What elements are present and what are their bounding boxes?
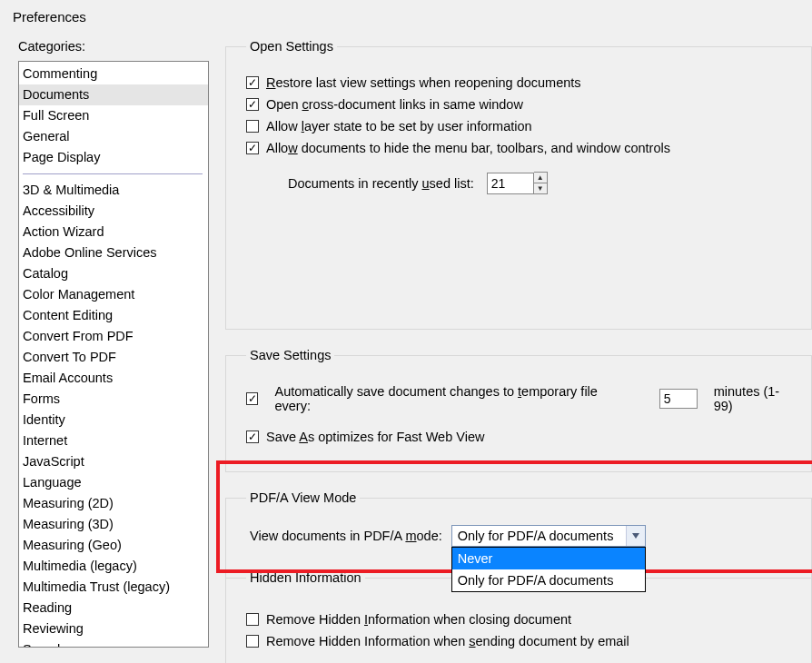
chevron-down-icon[interactable] bbox=[626, 526, 645, 546]
category-item[interactable]: Accessibility bbox=[19, 201, 208, 222]
hidden-info-legend: Hidden Information bbox=[246, 570, 365, 585]
open-settings-group: Open Settings ✓ Restore last view settin… bbox=[225, 39, 812, 330]
pdfa-legend: PDF/A View Mode bbox=[246, 490, 360, 505]
save-settings-group: Save Settings ✓ Automatically save docum… bbox=[225, 348, 812, 472]
category-item[interactable]: 3D & Multimedia bbox=[19, 180, 208, 201]
category-item[interactable]: Measuring (3D) bbox=[19, 514, 208, 535]
category-item[interactable]: Adobe Online Services bbox=[19, 242, 208, 263]
restore-checkbox[interactable]: ✓ bbox=[246, 76, 259, 89]
window-title: Preferences bbox=[0, 0, 812, 30]
category-item[interactable]: Internet bbox=[19, 430, 208, 451]
check-icon: ✓ bbox=[248, 431, 257, 442]
check-icon: ✓ bbox=[248, 99, 257, 110]
category-divider bbox=[23, 173, 203, 174]
fastwebview-checkbox[interactable]: ✓ bbox=[246, 430, 259, 443]
category-item[interactable]: Search bbox=[19, 639, 208, 648]
category-item[interactable]: Action Wizard bbox=[19, 222, 208, 242]
category-item[interactable]: Multimedia (legacy) bbox=[19, 556, 208, 577]
spinner-up-icon[interactable]: ▲ bbox=[534, 173, 547, 183]
cross-doc-checkbox[interactable]: ✓ bbox=[246, 98, 259, 111]
category-item[interactable]: Commenting bbox=[19, 64, 208, 84]
category-item[interactable]: Measuring (Geo) bbox=[19, 535, 208, 556]
pdfa-mode-dropdown[interactable]: NeverOnly for PDF/A documents bbox=[451, 547, 646, 592]
category-item[interactable]: Page Display bbox=[19, 147, 208, 168]
layer-checkbox[interactable]: ✓ bbox=[246, 120, 259, 133]
check-icon: ✓ bbox=[248, 393, 257, 404]
pdfa-mode-option[interactable]: Only for PDF/A documents bbox=[452, 569, 645, 591]
autosave-label: Automatically save document changes to t… bbox=[274, 384, 620, 413]
remove-on-close-checkbox[interactable]: ✓ bbox=[246, 613, 259, 626]
recent-docs-spinner[interactable]: ▲ ▼ bbox=[534, 172, 548, 194]
recent-docs-label: Documents in recently used list: bbox=[288, 176, 474, 191]
hide-menu-checkbox[interactable]: ✓ bbox=[246, 142, 259, 154]
category-item[interactable]: Catalog bbox=[19, 263, 208, 284]
autosave-minutes-input[interactable] bbox=[659, 389, 698, 409]
restore-label: Restore last view settings when reopenin… bbox=[266, 75, 581, 90]
recent-docs-input[interactable] bbox=[487, 173, 534, 194]
remove-on-close-label: Remove Hidden Information when closing d… bbox=[266, 612, 571, 627]
cross-doc-label: Open cross-document links in same window bbox=[266, 97, 523, 112]
pdfa-mode-value: Only for PDF/A documents bbox=[458, 529, 614, 543]
category-item[interactable]: Documents bbox=[19, 84, 208, 105]
category-item[interactable]: Convert From PDF bbox=[19, 326, 208, 347]
category-item[interactable]: Convert To PDF bbox=[19, 347, 208, 368]
category-item[interactable]: Reading bbox=[19, 598, 208, 618]
category-item[interactable]: Multimedia Trust (legacy) bbox=[19, 577, 208, 598]
category-item[interactable]: Email Accounts bbox=[19, 368, 208, 389]
remove-on-send-label: Remove Hidden Information when sending d… bbox=[266, 634, 629, 648]
category-item[interactable]: Language bbox=[19, 472, 208, 493]
hide-menu-label: Allow documents to hide the menu bar, to… bbox=[266, 141, 670, 155]
category-item[interactable]: Measuring (2D) bbox=[19, 493, 208, 514]
check-icon: ✓ bbox=[248, 143, 257, 153]
category-item[interactable]: Full Screen bbox=[19, 105, 208, 126]
save-settings-legend: Save Settings bbox=[246, 348, 334, 362]
pdfa-mode-label: View documents in PDF/A mode: bbox=[250, 529, 442, 543]
pdfa-mode-option[interactable]: Never bbox=[452, 548, 645, 569]
category-item[interactable]: JavaScript bbox=[19, 451, 208, 472]
layer-label: Allow layer state to be set by user info… bbox=[266, 119, 532, 134]
category-item[interactable]: Forms bbox=[19, 389, 208, 410]
remove-on-send-checkbox[interactable]: ✓ bbox=[246, 635, 259, 648]
fastwebview-label: Save As optimizes for Fast Web View bbox=[266, 430, 484, 444]
autosave-suffix: minutes (1-99) bbox=[714, 384, 795, 413]
open-settings-legend: Open Settings bbox=[246, 39, 337, 54]
category-item[interactable]: General bbox=[19, 126, 208, 147]
category-item[interactable]: Content Editing bbox=[19, 305, 208, 326]
category-item[interactable]: Identity bbox=[19, 410, 208, 430]
pdfa-mode-combo[interactable]: Only for PDF/A documents NeverOnly for P… bbox=[451, 525, 646, 547]
spinner-down-icon[interactable]: ▼ bbox=[534, 183, 547, 193]
check-icon: ✓ bbox=[248, 77, 257, 88]
categories-list[interactable]: CommentingDocumentsFull ScreenGeneralPag… bbox=[18, 61, 209, 648]
category-item[interactable]: Color Management bbox=[19, 284, 208, 305]
autosave-checkbox[interactable]: ✓ bbox=[246, 392, 258, 405]
category-item[interactable]: Reviewing bbox=[19, 618, 208, 639]
categories-label: Categories: bbox=[18, 39, 209, 54]
